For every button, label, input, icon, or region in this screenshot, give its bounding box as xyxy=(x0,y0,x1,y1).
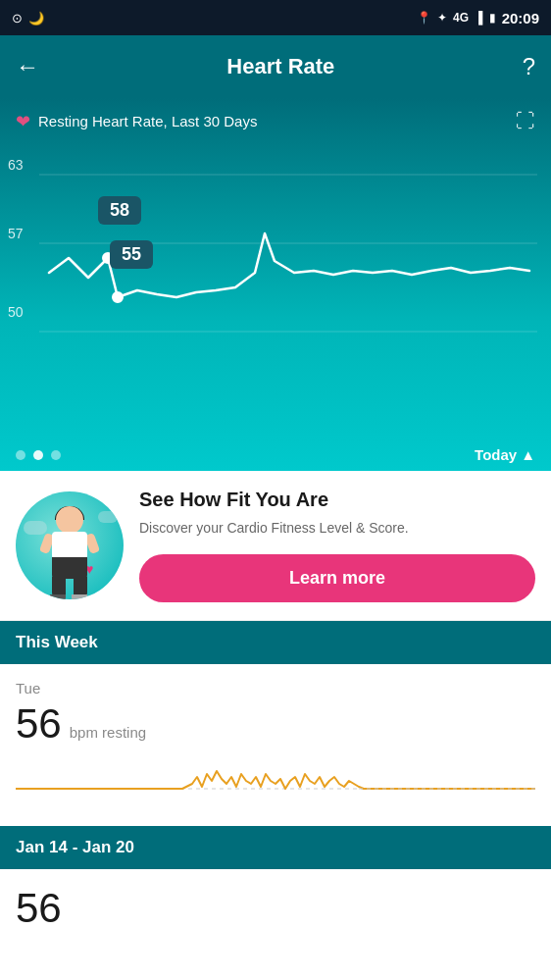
figure-shoe-left xyxy=(50,594,66,599)
figure-shoe-right xyxy=(72,594,87,599)
figure-leg-right xyxy=(74,577,87,596)
chart-svg xyxy=(0,145,551,432)
cardio-content: See How Fit You Are Discover your Cardio… xyxy=(139,489,535,602)
status-time: 20:09 xyxy=(502,10,539,26)
today-button[interactable]: Today ▲ xyxy=(475,446,535,463)
dot-2[interactable] xyxy=(33,450,43,460)
circle-icon: ⊙ xyxy=(12,11,23,26)
learn-more-button[interactable]: Learn more xyxy=(139,554,535,602)
resting-label: ❤ Resting Heart Rate, Last 30 Days xyxy=(16,111,257,132)
app-header: ← Heart Rate ? xyxy=(0,35,551,98)
battery-icon: ▮ xyxy=(489,11,496,25)
svg-point-4 xyxy=(113,292,123,302)
dot-3[interactable] xyxy=(51,450,61,460)
week-day: Tue xyxy=(16,680,535,696)
sparkline xyxy=(16,759,535,818)
tooltip-58: 58 xyxy=(98,196,141,225)
this-week-header: This Week xyxy=(0,621,551,664)
today-label-text: Today xyxy=(475,446,517,463)
tooltip-55: 55 xyxy=(110,240,153,269)
week-row: Tue 56 bpm resting xyxy=(0,664,551,826)
signal-icon: ▐ xyxy=(475,11,483,25)
bpm-row: 56 bpm resting xyxy=(16,700,535,748)
today-arrow-icon: ▲ xyxy=(521,446,535,463)
heart-icon: ❤ xyxy=(16,111,30,132)
location-icon: 📍 xyxy=(417,11,431,25)
bottom-bpm-row: 56 xyxy=(0,869,551,932)
cardio-title: See How Fit You Are xyxy=(139,489,535,511)
bluetooth-icon: ✦ xyxy=(437,11,447,25)
bottom-bpm-value: 56 xyxy=(16,885,62,931)
page-dots xyxy=(16,450,61,460)
status-left: ⊙ 🌙 xyxy=(12,11,44,26)
cardio-description: Discover your Cardio Fitness Level & Sco… xyxy=(139,519,535,539)
figure-body: ♥ xyxy=(52,532,87,559)
figure: ♥ xyxy=(30,506,109,599)
status-right: 📍 ✦ 4G ▐ ▮ 20:09 xyxy=(417,10,539,26)
dot-1[interactable] xyxy=(16,450,25,460)
figure-leg-left xyxy=(52,577,66,596)
moon-icon: 🌙 xyxy=(28,11,44,26)
chart-label-row: ❤ Resting Heart Rate, Last 30 Days ⛶ xyxy=(0,110,551,132)
cardio-avatar: ♥ xyxy=(16,491,124,599)
figure-head xyxy=(56,506,83,534)
expand-icon[interactable]: ⛶ xyxy=(516,110,535,132)
help-button[interactable]: ? xyxy=(523,53,535,80)
chart-navigation: Today ▲ xyxy=(0,446,551,463)
page-title: Heart Rate xyxy=(226,54,334,79)
bpm-value: 56 xyxy=(16,700,62,748)
chart-subtitle: Resting Heart Rate, Last 30 Days xyxy=(38,113,257,129)
status-bar: ⊙ 🌙 📍 ✦ 4G ▐ ▮ 20:09 xyxy=(0,0,551,35)
chart-area: ❤ Resting Heart Rate, Last 30 Days ⛶ 63 … xyxy=(0,98,551,471)
bpm-unit: bpm resting xyxy=(70,724,146,741)
network-label: 4G xyxy=(453,11,469,25)
cardio-fitness-card: ♥ See How Fit You Are Discover your Card… xyxy=(0,471,551,621)
back-button[interactable]: ← xyxy=(16,53,39,80)
figure-pants xyxy=(52,557,87,579)
date-range-header: Jan 14 - Jan 20 xyxy=(0,826,551,869)
